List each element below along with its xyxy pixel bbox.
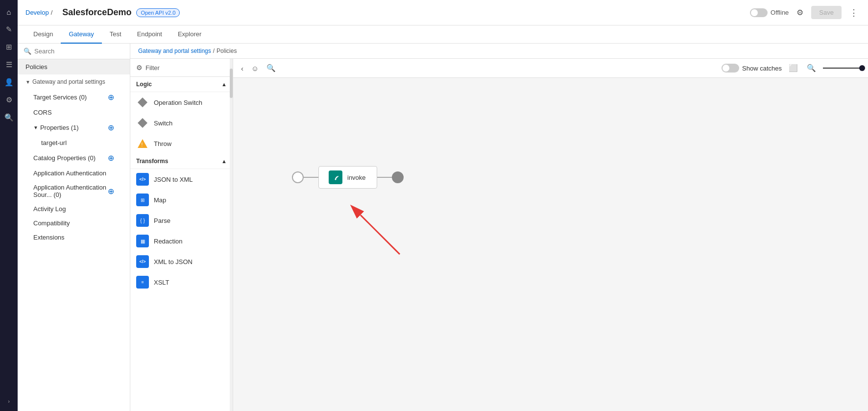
json-to-xml-label: JSON to XML	[154, 176, 193, 183]
tab-explorer[interactable]: Explorer	[170, 25, 209, 44]
body-content: 🔍 Policies ▼ Gateway and portal settings…	[18, 44, 868, 411]
sidebar-item-cors[interactable]: CORS	[18, 105, 130, 120]
nav-people-icon[interactable]: 👤	[1, 74, 17, 90]
toggle-knob	[751, 9, 758, 16]
panel-item-parse[interactable]: { } Parse	[130, 210, 233, 231]
throw-label: Throw	[154, 140, 171, 147]
show-catches-knob	[723, 65, 729, 72]
tab-gateway[interactable]: Gateway	[61, 25, 101, 44]
filter-bar[interactable]: ⚙ Filter	[130, 59, 233, 77]
operation-switch-label: Operation Switch	[154, 99, 202, 106]
redaction-icon: ▦	[136, 235, 149, 247]
nav-edit-icon[interactable]: ✎	[1, 22, 17, 37]
nav-grid-icon[interactable]: ⊞	[1, 39, 17, 55]
main-area: Develop / SalesforceDemo Open API v2.0 O…	[18, 0, 868, 411]
panel-item-xml-to-json[interactable]: </> XML to JSON	[130, 251, 233, 272]
nav-expand-icon[interactable]: ›	[1, 395, 17, 407]
breadcrumb-content-sep: /	[213, 48, 215, 54]
gateway-section-label: Gateway and portal settings	[32, 78, 105, 85]
panel-scroll: Logic ▲ Operation Switch	[130, 77, 233, 411]
cors-label: CORS	[33, 109, 52, 116]
canvas-toolbar: ‹ ☺ 🔍 Show catches ⬜	[233, 59, 868, 78]
canvas-back-button[interactable]: ‹	[239, 62, 245, 74]
target-services-label: Target Services (0)	[33, 94, 87, 101]
save-button[interactable]: Save	[811, 6, 842, 19]
more-button[interactable]: ⋮	[847, 5, 860, 20]
breadcrumb-develop[interactable]: Develop	[25, 9, 49, 16]
svg-marker-1	[138, 118, 147, 128]
top-bar: Develop / SalesforceDemo Open API v2.0 O…	[18, 0, 868, 25]
zoom-dot	[859, 65, 865, 71]
gear-button[interactable]: ⚙	[795, 6, 805, 19]
node-invoke-icon	[329, 170, 342, 184]
panel-item-throw[interactable]: ! Throw	[130, 133, 233, 154]
node-invoke-box[interactable]: invoke	[318, 166, 377, 189]
canvas-search-button[interactable]: 🔍	[265, 62, 278, 74]
node-line-right	[377, 177, 392, 178]
show-catches-switch[interactable]	[722, 64, 739, 73]
nav-settings-icon[interactable]: ⚙	[1, 92, 17, 108]
search-input[interactable]	[34, 48, 124, 55]
panel-item-operation-switch[interactable]: Operation Switch	[130, 92, 233, 113]
search-icon: 🔍	[24, 48, 31, 55]
canvas-export-button[interactable]: ⬜	[787, 62, 800, 74]
compatibility-label: Compatibility	[33, 219, 70, 227]
app-auth-sour-add-button[interactable]: ⊕	[108, 187, 114, 196]
canvas-smiley-button[interactable]: ☺	[249, 62, 261, 74]
nav-search-icon[interactable]: 🔍	[1, 110, 17, 125]
panel-section-logic[interactable]: Logic ▲	[130, 77, 233, 92]
offline-toggle[interactable]: Offline	[750, 8, 789, 17]
sidebar-item-app-auth[interactable]: Application Authentication	[18, 166, 130, 180]
canvas-area: ‹ ☺ 🔍 Show catches ⬜	[233, 59, 868, 411]
panel-item-json-to-xml[interactable]: </> JSON to XML	[130, 169, 233, 190]
properties-add-button[interactable]: ⊕	[108, 123, 114, 132]
panel-item-xslt[interactable]: ≡ XSLT	[130, 272, 233, 292]
tab-design[interactable]: Design	[25, 25, 61, 44]
show-catches-toggle[interactable]: Show catches	[722, 64, 782, 73]
canvas-zoom-search-button[interactable]: 🔍	[805, 62, 818, 74]
sidebar-section-gateway[interactable]: ▼ Gateway and portal settings	[18, 74, 130, 89]
nav-list-icon[interactable]: ☰	[1, 57, 17, 73]
content-header: Gateway and portal settings / Policies	[130, 44, 868, 59]
catalog-properties-add-button[interactable]: ⊕	[108, 153, 114, 163]
tab-test[interactable]: Test	[102, 25, 129, 44]
target-url-label: target-url	[41, 139, 67, 146]
node-invoke-label: invoke	[347, 174, 366, 181]
nav-home-icon[interactable]: ⌂	[1, 4, 17, 20]
switch-label: Switch	[154, 120, 172, 127]
map-label: Map	[154, 196, 166, 204]
collapse-arrow-icon: ▼	[25, 79, 30, 85]
zoom-line[interactable]	[823, 68, 862, 69]
sidebar-item-app-auth-sour[interactable]: Application Authentication Sour... (0) ⊕	[18, 180, 130, 202]
canvas[interactable]: invoke	[233, 78, 868, 411]
logic-section-label: Logic	[136, 81, 152, 88]
sidebar-item-compatibility[interactable]: Compatibility	[18, 216, 130, 230]
sidebar-item-target-services[interactable]: Target Services (0) ⊕	[18, 89, 130, 105]
xml-to-json-label: XML to JSON	[154, 258, 193, 266]
panel-item-redaction[interactable]: ▦ Redaction	[130, 231, 233, 251]
throw-icon: !	[136, 137, 149, 150]
xml-to-json-icon: </>	[136, 255, 149, 268]
panel-section-transforms[interactable]: Transforms ▲	[130, 154, 233, 169]
breadcrumb-policies: Policies	[217, 48, 237, 54]
sidebar-item-activity-log[interactable]: Activity Log	[18, 202, 130, 216]
sidebar-item-catalog-properties[interactable]: Catalog Properties (0) ⊕	[18, 150, 130, 166]
node-start-circle	[292, 171, 304, 183]
target-services-add-button[interactable]: ⊕	[108, 93, 114, 102]
zoom-slider[interactable]	[823, 68, 862, 69]
activity-log-label: Activity Log	[33, 205, 66, 213]
redaction-label: Redaction	[154, 238, 183, 245]
json-to-xml-icon: </>	[136, 173, 149, 186]
app-auth-sour-label: Application Authentication Sour... (0)	[33, 184, 108, 198]
tab-endpoint[interactable]: Endpoint	[129, 25, 170, 44]
sidebar-item-properties[interactable]: ▼ Properties (1) ⊕	[18, 120, 130, 136]
panel-item-map[interactable]: ⊞ Map	[130, 190, 233, 210]
filter-icon: ⚙	[136, 64, 143, 72]
breadcrumb: Develop /	[25, 9, 52, 16]
offline-toggle-switch[interactable]	[750, 8, 768, 17]
panel-item-switch[interactable]: Switch	[130, 113, 233, 133]
sidebar-item-extensions[interactable]: Extensions	[18, 230, 130, 244]
breadcrumb-gateway-portal[interactable]: Gateway and portal settings	[138, 48, 211, 54]
sidebar-item-policies[interactable]: Policies	[18, 59, 130, 74]
sidebar-item-target-url[interactable]: target-url	[18, 136, 130, 150]
